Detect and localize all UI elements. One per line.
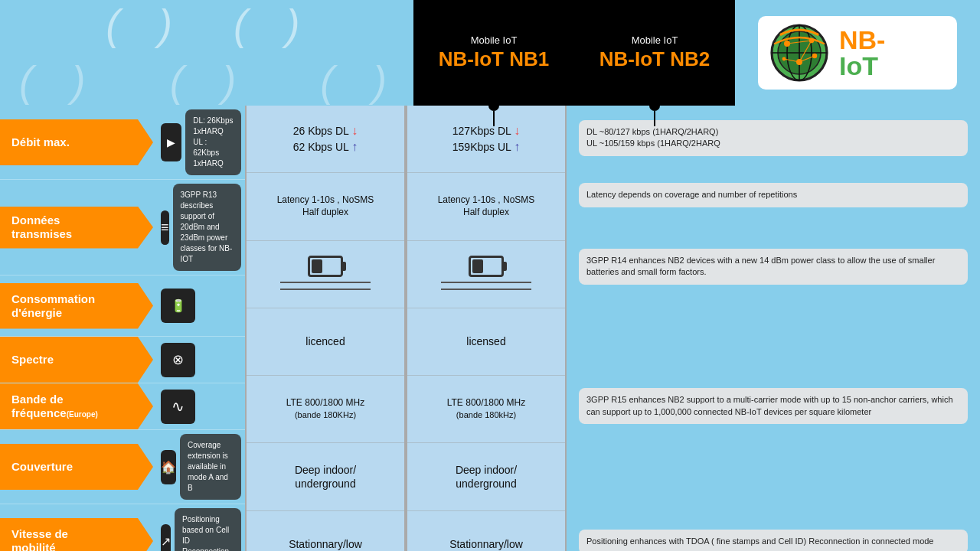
couverture-icon: 🏠 [161,450,176,484]
row-vitesse: Vitesse demobilité ↗ Positioning based o… [0,504,245,551]
wifi-char-9: ( [320,57,341,106]
right-r15-box: 3GPP R15 enhances NB2 support to a multi… [579,388,968,424]
row-spectre: Spectre ⊗ [0,337,245,383]
nb2-cell-bande: LTE 800/1800 MHz(bande 180kHz) [407,376,565,443]
wifi-char-2: ) [158,0,180,49]
row-couverture: Couverture 🏠 Coverage extension is avail… [0,430,245,504]
wifi-char-7: ( [170,57,191,106]
nb2-cell-donnees: Latency 1-10s , NoSMS Half duplex [407,173,565,240]
row-conso: Consommationd'énergie 🔋 [0,276,245,337]
right-section-debit: DL ~80/127 kbps (1HARQ/2HARQ)UL ~105/159… [573,109,974,167]
donnees-label-text: Donnéestransmises [11,214,72,241]
nb2-title: NB-IoT NB2 [599,47,710,71]
nb1-connector-line [493,111,495,126]
vitesse-label-arrow: Vitesse demobilité [0,518,153,551]
nb1-divider-2 [280,289,371,290]
spectre-label-text: Spectre [11,353,54,367]
donnees-icon: ≡ [161,210,169,245]
wifi-char-4: ) [286,0,307,49]
nb1-battery-icon [308,256,343,277]
nb1-cell-debit: 26 Kbps DL ↓ 62 Kbps UL ↑ [247,106,404,173]
nb2-title-text: NB-IoT NB2 [599,47,710,70]
nb1-cell-spectre: licenced [247,308,404,376]
nb-iot-logo: NB- IoT [758,16,957,90]
nb1-cell-bande: LTE 800/1800 MHz(bande 180KHz) [247,376,404,443]
nb1-cell-couverture: Deep indoor/underground [247,443,404,510]
nb2-column: 127Kbps DL ↓ 159Kbps UL ↑ Latency 1-10s … [406,106,567,551]
nb1-column: 26 Kbps DL ↓ 62 Kbps UL ↑ Latency 1-10s … [245,106,406,551]
wifi-char-5: ( [19,57,41,106]
nb2-divider-2 [441,289,531,290]
couverture-label-text: Couverture [11,460,73,474]
spectre-icon: ⊗ [161,343,195,377]
bande-label-text: Bande defréquence(Europe) [11,393,98,420]
debit-icon: ▶ [161,123,181,161]
row-debit: Débit max. ▶ DL: 26Kbps 1xHARQUL : 62Kbp… [0,106,245,180]
couverture-info-box: Coverage extension is available in mode … [180,434,241,500]
nb2-spectre-value: licensed [466,334,505,348]
nb1-connector-dot [488,100,499,111]
vitesse-label-text: Vitesse demobilité [11,527,68,551]
nb2-cell-couverture: Deep indoor/underground [407,443,565,510]
main-container: ( ) ( ) ( ) ( ) ( ) Mobile IoT [0,0,980,551]
right-section-r14: 3GPP R14 enhances NB2 devices with a new… [573,223,974,309]
nb2-subtitle: Mobile IoT [632,34,678,46]
right-section-couverture [573,460,974,510]
spectre-label-arrow: Spectre [0,337,153,383]
nb1-cell-conso [247,241,404,308]
nb2-cell-conso [407,241,565,308]
conso-icon: 🔋 [161,289,195,323]
right-section-latency: Latency depends on coverage and number o… [573,167,974,224]
debit-info-box: DL: 26Kbps 1xHARQUL : 62Kbps 1xHARQ [185,109,241,175]
right-section-positioning: Positioning enhances with TDOA ( fine st… [573,510,974,551]
nb1-spectre-value: licenced [305,334,345,348]
logo-area: NB- IoT [735,0,980,106]
content-area: Débit max. ▶ DL: 26Kbps 1xHARQUL : 62Kbp… [0,106,980,551]
right-r14-box: 3GPP R14 enhances NB2 devices with a new… [579,249,968,285]
nb1-cell-vitesse: Stationnary/low [247,511,404,551]
wifi-decoration: ( ) ( ) ( ) ( ) ( ) [19,0,394,106]
wifi-char-8: ) [222,57,243,106]
wifi-char-1: ( [106,0,127,49]
nb2-connector-dot [649,100,660,111]
nb1-cell-donnees: Latency 1-10s , NoSMS Half duplex [247,173,404,240]
nb1-couverture-value: Deep indoor/underground [295,463,356,491]
nb2-cell-debit: 127Kbps DL ↓ 159Kbps UL ↑ [407,106,565,173]
nb1-bande-value: LTE 800/1800 MHz(bande 180KHz) [286,397,365,421]
row-bande: Bande defréquence(Europe) ∿ [0,383,245,430]
nb1-title: NB-IoT NB1 [439,47,549,71]
nb1-donnees-value: Latency 1-10s , NoSMS Half duplex [277,194,374,218]
nb2-divider-1 [441,282,531,283]
nb1-divider-1 [280,282,371,283]
vitesse-info-box: Positioning based on Cell ID Reconnectio… [175,508,241,551]
nb1-header: Mobile IoT NB-IoT NB1 [413,0,574,106]
right-section-r15: 3GPP R15 enhances NB2 support to a multi… [573,353,974,460]
row-donnees: Donnéestransmises ≡ 3GPP R13 describes s… [0,180,245,276]
donnees-label-arrow: Donnéestransmises [0,207,153,249]
logo-brand: NB- IoT [839,27,885,79]
nb2-cell-vitesse: Stationnary/low [407,511,565,551]
nb1-debit-value: 26 Kbps DL ↓ 62 Kbps UL ↑ [293,123,358,155]
nb2-header: Mobile IoT NB-IoT NB2 [574,0,735,106]
conso-label-arrow: Consommationd'énergie [0,283,153,329]
right-latency-box: Latency depends on coverage and number o… [579,183,968,207]
nb2-debit-value: 127Kbps DL ↓ 159Kbps UL ↑ [452,123,520,155]
header-row: ( ) ( ) ( ) ( ) ( ) Mobile IoT [0,0,980,106]
right-positioning-box: Positioning enhances with TDOA ( fine st… [579,530,968,551]
nb2-bande-value: LTE 800/1800 MHz(bande 180kHz) [447,397,526,421]
bande-label-arrow: Bande defréquence(Europe) [0,383,153,429]
right-section-spectre [573,309,974,352]
left-labels: Débit max. ▶ DL: 26Kbps 1xHARQUL : 62Kbp… [0,106,245,551]
vitesse-icon: ↗ [161,524,171,552]
logo-iot-text: IoT [839,53,885,79]
wifi-char-10: ) [373,57,394,106]
conso-label-text: Consommationd'énergie [11,292,95,320]
debit-label-arrow: Débit max. [0,119,153,165]
debit-label-text: Débit max. [11,135,70,149]
nb2-connector-line [654,111,655,126]
couverture-label-arrow: Couverture [0,444,153,490]
nb2-battery-icon [469,256,504,277]
nb1-vitesse-value: Stationnary/low [289,537,362,551]
nb2-couverture-value: Deep indoor/underground [456,463,517,491]
nb2-donnees-value: Latency 1-10s , NoSMS Half duplex [438,194,535,218]
